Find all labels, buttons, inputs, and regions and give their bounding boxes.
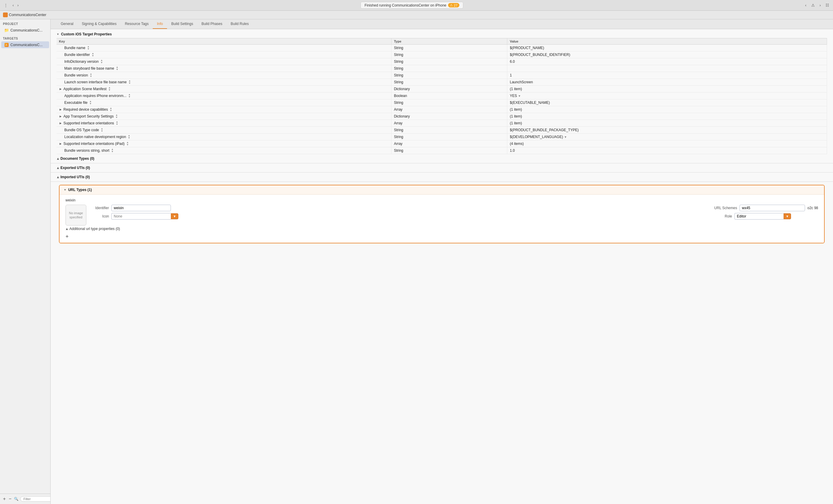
targets-section-label: TARGETS (0, 34, 50, 41)
stepper-icon[interactable]: ▲▼ (128, 80, 131, 84)
tab-info[interactable]: Info (153, 19, 167, 29)
tab-build-rules[interactable]: Build Rules (227, 19, 253, 29)
document-types-label: Document Types (0) (61, 156, 94, 161)
stepper-icon[interactable]: ▲▼ (126, 141, 128, 146)
expand-button[interactable]: ▶ (59, 115, 62, 118)
plist-table: Key Type Value Bundle name▲▼String$(PROD… (56, 39, 827, 154)
add-button[interactable]: + (66, 234, 69, 239)
stepper-icon[interactable]: ▲▼ (116, 114, 118, 119)
expand-button[interactable]: ▶ (59, 122, 62, 125)
url-types-body: weixin No image specified Identifier (60, 195, 824, 243)
project-section-label: PROJECT (0, 19, 50, 26)
expand-button[interactable]: ▶ (59, 108, 62, 111)
url-item-form: No image specified Identifier (66, 205, 818, 226)
tab-resource-tags[interactable]: Resource Tags (121, 19, 153, 29)
tab-build-phases[interactable]: Build Phases (197, 19, 227, 29)
content-scroll: ▼ Custom iOS Target Properties Key Type … (51, 29, 833, 504)
key-text: Bundle OS Type code (64, 128, 99, 132)
cell-type: Array (391, 120, 507, 127)
expand-button[interactable]: ▶ (59, 87, 62, 91)
url-schemes-label: URL Schemes (714, 206, 737, 210)
url-schemes-input[interactable] (739, 205, 805, 211)
breadcrumb-text: CommunicationsCenter (9, 13, 46, 17)
imported-utis-row[interactable]: ▶ Imported UTIs (0) (51, 173, 833, 182)
stepper-icon[interactable]: ▲▼ (90, 73, 92, 78)
stepper-icon[interactable]: ▲▼ (101, 128, 103, 132)
stepper-icon[interactable]: ▲▼ (116, 121, 118, 126)
stepper-icon[interactable]: ▲▼ (110, 107, 112, 112)
key-text: Main storyboard file base name (64, 66, 114, 71)
cell-key: Bundle versions string, short▲▼ (56, 147, 391, 154)
remove-sidebar-button[interactable]: − (8, 496, 12, 502)
table-row: Bundle versions string, short▲▼String1.0 (56, 147, 827, 154)
role-select-container: ▼ (735, 213, 791, 220)
main-layout: PROJECT 📁 CommunicationsC... TARGETS A C… (0, 19, 833, 504)
stepper-icon[interactable]: ▲▼ (111, 148, 114, 153)
sidebar-item-target[interactable]: A CommunicationsC... (1, 41, 49, 48)
sidebar-item-project[interactable]: 📁 CommunicationsC... (1, 27, 49, 34)
icon-input[interactable] (111, 213, 171, 220)
exported-utis-row[interactable]: ▶ Exported UTIs (0) (51, 163, 833, 173)
stepper-icon[interactable]: ▲▼ (89, 100, 92, 105)
warning-icon: ⚠ (450, 3, 453, 7)
filter-input[interactable] (20, 496, 51, 502)
cell-value: 6.0 (507, 58, 827, 65)
tab-general[interactable]: General (56, 19, 78, 29)
tab-build-settings[interactable]: Build Settings (167, 19, 197, 29)
apps-button[interactable]: ⋮ (2, 2, 9, 8)
stepper-icon[interactable]: ▲▼ (128, 134, 130, 139)
table-row: Executable file▲▼String$(EXECUTABLE_NAME… (56, 99, 827, 106)
content-area: General Signing & Capabilities Resource … (51, 19, 833, 504)
cell-value: $(DEVELOPMENT_LANGUAGE) ▼ (507, 133, 827, 141)
stepper-icon[interactable]: ▲▼ (87, 46, 90, 50)
url-types-header[interactable]: ▼ URL Types (1) (60, 185, 824, 195)
cell-type: Array (391, 141, 507, 147)
stepper-icon[interactable]: ▲▼ (92, 52, 94, 57)
cell-value: YES ▼ (507, 93, 827, 99)
cell-type: String (391, 99, 507, 106)
layout-button[interactable]: ☷ (824, 2, 831, 8)
table-row: Launch screen interface file base name▲▼… (56, 79, 827, 86)
key-text: Localization native development region (64, 135, 126, 139)
toolbar: ⋮ ‹ › Finished running CommunicationsCen… (0, 0, 833, 11)
custom-ios-header[interactable]: ▼ Custom iOS Target Properties (56, 29, 827, 39)
stepper-icon[interactable]: ▲▼ (128, 94, 131, 98)
table-row: Application requires iPhone environm...▲… (56, 93, 827, 99)
role-input[interactable] (735, 213, 784, 220)
additional-url-triangle: ▶ (65, 228, 68, 230)
key-text: Executable file (64, 101, 88, 105)
cell-type: Boolean (391, 93, 507, 99)
document-types-row[interactable]: ▶ Document Types (0) (51, 154, 833, 163)
tab-signing[interactable]: Signing & Capabilities (78, 19, 121, 29)
expand-button[interactable]: ▶ (59, 142, 62, 145)
additional-url-row[interactable]: ▶ Additional url type properties (0) (66, 226, 818, 232)
nav-left-button[interactable]: ‹ (804, 2, 808, 8)
cell-key: Bundle version▲▼ (56, 72, 391, 79)
table-row: Localization native development region▲▼… (56, 133, 827, 141)
stepper-icon[interactable]: ▲▼ (116, 66, 118, 71)
back-button[interactable]: ‹ (11, 2, 15, 8)
url-types-section: ▼ URL Types (1) weixin No image specifie… (59, 185, 825, 243)
no-image-box[interactable]: No image specified (66, 205, 86, 226)
role-dropdown-button[interactable]: ▼ (784, 213, 791, 219)
table-row: Bundle name▲▼String$(PRODUCT_NAME) (56, 45, 827, 51)
imported-utis-triangle: ▶ (56, 176, 59, 178)
add-sidebar-button[interactable]: + (2, 496, 6, 502)
key-text: App Transport Security Settings (64, 114, 114, 119)
key-text: Supported interface orientations (64, 121, 114, 125)
key-text: InfoDictionary version (64, 59, 98, 64)
nav-right-button[interactable]: › (818, 2, 822, 8)
url-item-name: weixin (66, 198, 818, 202)
identifier-input[interactable] (111, 205, 171, 211)
cell-key: InfoDictionary version▲▼ (56, 58, 391, 65)
cell-type: String (391, 45, 507, 51)
key-text: Bundle versions string, short (64, 148, 109, 153)
icon-dropdown-button[interactable]: ▼ (171, 213, 178, 219)
col-value: Value (507, 39, 827, 45)
forward-button[interactable]: › (16, 2, 20, 8)
stepper-icon[interactable]: ▲▼ (100, 59, 103, 64)
stepper-icon[interactable]: ▲▼ (109, 86, 111, 91)
cell-key: ▶Required device capabilities▲▼ (56, 106, 391, 113)
nav-warning-button[interactable]: ⚠ (810, 2, 816, 8)
cell-key: ▶Supported interface orientations▲▼ (56, 120, 391, 127)
